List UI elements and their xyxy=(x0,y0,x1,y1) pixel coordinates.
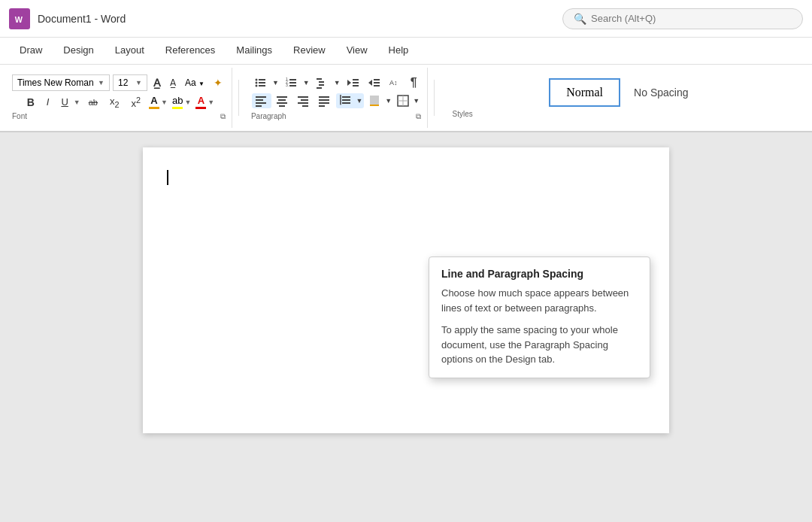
borders-icon xyxy=(397,95,409,107)
search-icon: 🔍 xyxy=(574,13,586,25)
svg-rect-40 xyxy=(319,99,329,101)
line-spacing-tooltip: Line and Paragraph Spacing Choose how mu… xyxy=(429,256,650,378)
bold-button[interactable]: B xyxy=(23,95,38,110)
font-row1: Times New Roman ▼ 12 ▼ A̲ A̲ Aa ▼ ✦ xyxy=(12,74,226,91)
font-size-arrow: ▼ xyxy=(135,79,142,86)
font-color-arrow[interactable]: ▼ xyxy=(208,99,214,106)
shading-arrow[interactable]: ▼ xyxy=(385,97,392,105)
paragraph-section: ▼ 1.2.3. ▼ ▼ xyxy=(245,68,428,128)
strikethrough-button[interactable]: ab xyxy=(85,96,102,108)
underline-arrow[interactable]: ▼ xyxy=(74,99,80,106)
svg-rect-25 xyxy=(374,85,380,86)
multilevel-list-arrow[interactable]: ▼ xyxy=(332,77,342,88)
multilevel-list-button[interactable] xyxy=(313,75,332,90)
line-spacing-button[interactable] xyxy=(336,93,356,108)
divider-2 xyxy=(434,80,435,116)
sort-button[interactable]: A↕ xyxy=(386,75,405,90)
decrease-indent-button[interactable] xyxy=(344,75,363,90)
tab-layout[interactable]: Layout xyxy=(105,40,155,62)
para-section-expand[interactable]: ⧉ xyxy=(416,112,421,121)
svg-rect-14 xyxy=(317,78,322,80)
numbered-list-button[interactable]: 1.2.3. xyxy=(282,75,301,90)
font-section: Times New Roman ▼ 12 ▼ A̲ A̲ Aa ▼ ✦ B I … xyxy=(6,68,232,128)
bullets-arrow[interactable]: ▼ xyxy=(271,77,280,88)
title-bar: W Document1 - Word 🔍 xyxy=(0,0,812,38)
no-spacing-style-button[interactable]: No Spacing xyxy=(625,80,697,105)
font-size-dropdown[interactable]: 12 ▼ xyxy=(113,74,147,91)
font-color-a-arrow[interactable]: ▼ xyxy=(161,99,168,106)
para-section-footer: Paragraph ⧉ xyxy=(251,112,421,121)
tab-draw[interactable]: Draw xyxy=(9,40,53,62)
font-color-button[interactable]: A xyxy=(195,95,206,109)
numbered-list-arrow[interactable]: ▼ xyxy=(301,77,311,88)
svg-rect-44 xyxy=(342,99,350,101)
font-section-label: Font xyxy=(12,112,27,121)
tab-design[interactable]: Design xyxy=(53,40,104,62)
divider-1 xyxy=(238,80,239,116)
change-case-button[interactable]: Aa ▼ xyxy=(182,76,208,90)
bullets-button[interactable] xyxy=(251,75,271,90)
show-formatting-button[interactable]: ¶ xyxy=(407,74,421,91)
font-section-expand[interactable]: ⧉ xyxy=(220,112,226,121)
svg-rect-17 xyxy=(317,87,322,89)
tab-view[interactable]: View xyxy=(336,40,378,62)
app-icon: W xyxy=(9,8,30,29)
svg-rect-11 xyxy=(289,82,296,83)
ribbon-toolbar: Times New Roman ▼ 12 ▼ A̲ A̲ Aa ▼ ✦ B I … xyxy=(0,65,812,132)
svg-rect-36 xyxy=(301,99,308,101)
decrease-indent-icon xyxy=(347,77,359,89)
svg-rect-16 xyxy=(319,84,324,86)
font-color-a-button[interactable]: A xyxy=(149,95,159,109)
svg-rect-41 xyxy=(319,102,329,104)
borders-button[interactable] xyxy=(393,93,413,108)
justify-icon xyxy=(319,95,331,107)
font-name-arrow: ▼ xyxy=(98,79,105,86)
borders-arrow[interactable]: ▼ xyxy=(413,97,420,105)
align-right-icon xyxy=(298,95,310,107)
normal-style-button[interactable]: Normal xyxy=(549,78,620,107)
align-right-button[interactable] xyxy=(294,93,314,108)
tab-review[interactable]: Review xyxy=(283,40,336,62)
line-spacing-icon xyxy=(340,95,352,107)
svg-point-4 xyxy=(255,82,257,84)
font-name-dropdown[interactable]: Times New Roman ▼ xyxy=(12,74,110,91)
svg-rect-19 xyxy=(353,79,359,80)
italic-button[interactable]: I xyxy=(43,95,53,109)
justify-button[interactable] xyxy=(315,93,335,108)
styles-row: Normal No Spacing xyxy=(549,78,697,107)
font-row2: B I U ▼ ab x2 x2 A ▼ ab ▼ xyxy=(23,94,215,111)
svg-marker-48 xyxy=(340,104,341,105)
clear-formatting-button[interactable]: ✦ xyxy=(211,75,226,90)
search-bar[interactable]: 🔍 xyxy=(562,8,803,29)
shading-button[interactable] xyxy=(365,93,385,108)
increase-indent-icon xyxy=(368,77,380,89)
increase-indent-button[interactable] xyxy=(365,75,384,90)
search-input[interactable] xyxy=(591,13,779,24)
tab-references[interactable]: References xyxy=(155,40,226,62)
font-size-label: 12 xyxy=(118,77,128,88)
highlight-color-button[interactable]: ab xyxy=(172,95,183,109)
align-left-button[interactable] xyxy=(252,93,271,108)
font-section-footer: Font ⧉ xyxy=(12,112,226,121)
sort-icon: A↕ xyxy=(389,77,401,89)
tooltip-title: Line and Paragraph Spacing xyxy=(441,268,638,280)
numbered-list-icon: 1.2.3. xyxy=(286,77,298,89)
svg-rect-9 xyxy=(289,79,296,80)
font-shrink-button[interactable]: A̲ xyxy=(167,76,179,90)
tooltip-line1: Choose how much space appears between li… xyxy=(441,286,638,315)
line-spacing-arrow[interactable]: ▼ xyxy=(356,97,364,105)
subscript-button[interactable]: x2 xyxy=(106,94,123,111)
svg-rect-21 xyxy=(353,85,359,86)
svg-rect-45 xyxy=(342,102,350,104)
tab-mailings[interactable]: Mailings xyxy=(226,40,283,62)
svg-rect-5 xyxy=(259,82,265,83)
tooltip-body: Choose how much space appears between li… xyxy=(441,286,638,367)
underline-button[interactable]: U xyxy=(57,95,71,109)
tab-help[interactable]: Help xyxy=(378,40,420,62)
font-grow-button[interactable]: A̲ xyxy=(150,75,164,90)
svg-rect-29 xyxy=(256,102,266,104)
superscript-button[interactable]: x2 xyxy=(128,94,145,111)
svg-marker-22 xyxy=(368,80,372,86)
align-center-button[interactable] xyxy=(273,93,292,108)
highlight-arrow[interactable]: ▼ xyxy=(184,99,191,106)
